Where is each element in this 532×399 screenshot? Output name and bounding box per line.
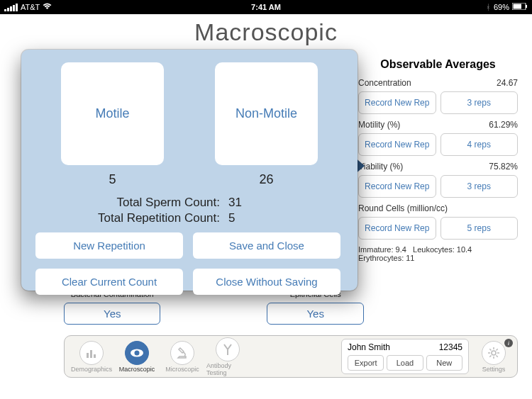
export-button[interactable]: Export: [348, 355, 384, 371]
motile-count: 5: [61, 172, 164, 187]
svg-line-15: [489, 355, 491, 356]
motile-card[interactable]: Motile: [61, 62, 164, 165]
status-time: 7:41 AM: [251, 3, 281, 11]
load-button[interactable]: Load: [387, 355, 423, 371]
status-bar: AT&T 7:41 AM ᚼ 69%: [0, 0, 532, 14]
reps-button[interactable]: 3 reps: [440, 91, 519, 114]
averages-footer: Immature: 9.4 Leukocytes: 10.4 Erythrocy…: [358, 245, 518, 262]
page-title: Macroscopic: [0, 18, 532, 46]
reps-button[interactable]: 5 reps: [440, 217, 519, 240]
record-rep-button[interactable]: Record New Rep: [358, 175, 436, 198]
file-panel: John Smith12345 Export Load New: [341, 339, 469, 374]
count-modal: Motile 5 Non-Motile 26 Total Sperm Count…: [21, 50, 358, 291]
svg-rect-4: [90, 350, 92, 358]
eye-icon: [130, 346, 144, 360]
microscope-icon: [175, 346, 189, 360]
total-rep-label: Total Repetition Count:: [35, 211, 220, 225]
total-sperm-value: 31: [228, 196, 242, 210]
averages-panel: Observable Averages Concentration24.67 R…: [358, 58, 518, 262]
battery-label: 69%: [494, 3, 509, 11]
info-icon[interactable]: i: [504, 339, 513, 347]
averages-title: Observable Averages: [358, 58, 518, 71]
gear-icon: [487, 346, 501, 360]
tab-antibody[interactable]: Antibody Testing: [206, 337, 249, 376]
save-close-button[interactable]: Save and Close: [193, 232, 340, 259]
total-sperm-label: Total Sperm Count:: [35, 196, 220, 210]
avg-row-motility: Motility (%)61.29% Record New Rep4 reps: [358, 120, 518, 156]
signal-icon: [4, 4, 18, 11]
svg-rect-1: [514, 4, 522, 9]
tab-demographics[interactable]: Demographics: [70, 341, 113, 373]
avg-row-roundcells: Round Cells (million/cc) Record New Rep5…: [358, 203, 518, 240]
patient-id: 12345: [439, 342, 462, 352]
wifi-icon: [43, 3, 52, 11]
reps-button[interactable]: 3 reps: [440, 175, 519, 198]
svg-line-14: [497, 355, 498, 356]
nonmotile-count: 26: [215, 172, 318, 187]
svg-rect-2: [526, 5, 527, 8]
yes-no-row: Bacterial Contamination Yes Epithelial C…: [64, 290, 364, 325]
tab-macroscopic[interactable]: Macroscopic: [116, 341, 158, 373]
carrier-label: AT&T: [21, 3, 40, 11]
new-button[interactable]: New: [426, 355, 462, 371]
new-repetition-button[interactable]: New Repetition: [35, 232, 183, 259]
avg-row-viability: Viability (%)75.82% Record New Rep3 reps: [358, 162, 518, 198]
bacterial-yes-button[interactable]: Yes: [64, 303, 160, 325]
patient-name: John Smith: [348, 342, 390, 352]
battery-icon: [512, 3, 528, 11]
record-rep-button[interactable]: Record New Rep: [358, 217, 436, 240]
antibody-icon: [221, 342, 235, 356]
record-rep-button[interactable]: Record New Rep: [358, 91, 436, 114]
reps-button[interactable]: 4 reps: [440, 133, 519, 156]
svg-point-8: [492, 351, 496, 355]
svg-rect-3: [87, 353, 89, 358]
record-rep-button[interactable]: Record New Rep: [358, 133, 436, 156]
total-rep-value: 5: [228, 211, 235, 225]
clear-count-button[interactable]: Clear Current Count: [35, 269, 183, 295]
close-without-saving-button[interactable]: Close Without Saving: [193, 269, 340, 295]
bluetooth-icon: ᚼ: [486, 3, 491, 11]
bottom-toolbar: Demographics Macroscopic Microscopic Ant…: [64, 335, 518, 378]
bar-chart-icon: [84, 346, 99, 360]
tab-microscopic[interactable]: Microscopic: [161, 341, 204, 373]
epithelial-yes-button[interactable]: Yes: [267, 303, 363, 325]
nonmotile-card[interactable]: Non-Motile: [215, 62, 318, 165]
svg-point-7: [135, 350, 140, 355]
svg-line-16: [497, 349, 498, 350]
svg-line-13: [489, 349, 491, 350]
svg-rect-5: [94, 354, 96, 358]
avg-row-concentration: Concentration24.67 Record New Rep3 reps: [358, 78, 518, 114]
